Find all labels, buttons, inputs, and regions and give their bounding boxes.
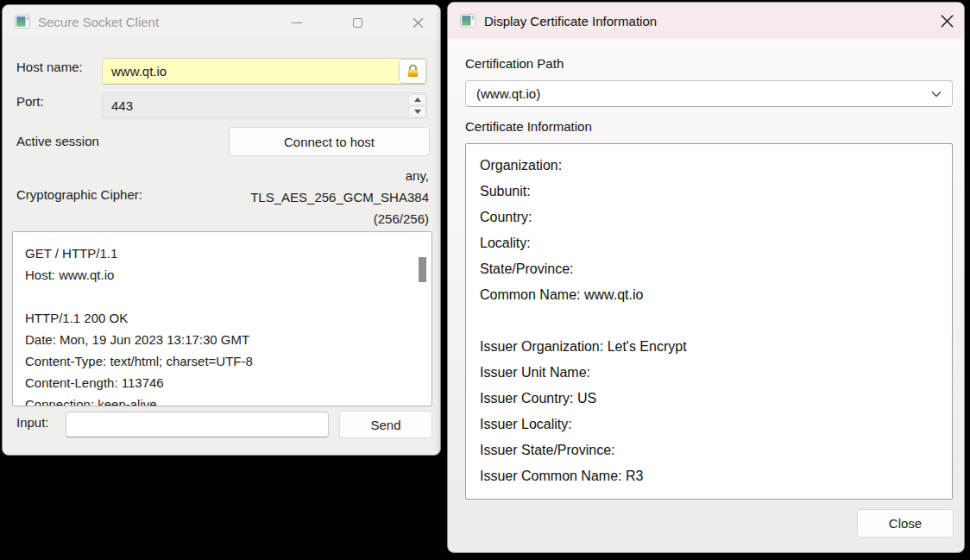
desktop-canvas: Secure Socket Client Host name: (0, 0, 970, 560)
qt-app-icon (15, 15, 30, 28)
text-line: Organization: (480, 153, 943, 179)
text-line: any, (250, 165, 429, 186)
close-icon (412, 16, 425, 29)
text-line: Subunit: (480, 179, 943, 204)
text-line: Date: Mon, 19 Jun 2023 13:17:30 GMT (25, 329, 414, 350)
maximize-icon (353, 18, 362, 28)
spin-down-button[interactable] (408, 106, 426, 117)
close-button[interactable] (931, 9, 962, 32)
window-title: Secure Socket Client (38, 15, 159, 29)
input-label: Input: (16, 415, 49, 430)
text-line: Issuer Country: US (480, 386, 943, 412)
text-line: HTTP/1.1 200 OK (25, 307, 414, 329)
text-line: Issuer Unit Name: (480, 360, 943, 386)
minimize-icon (292, 22, 302, 23)
text-line: Content-Type: text/html; charset=UTF-8 (25, 350, 414, 372)
text-line: GET / HTTP/1.1 (25, 242, 414, 264)
text-line: Common Name: www.qt.io (480, 282, 943, 308)
certificate-information-label: Certificate Information (465, 119, 592, 134)
text-line (25, 286, 414, 307)
cipher-label: Cryptographic Cipher: (16, 187, 142, 202)
spin-up-button[interactable] (408, 94, 426, 105)
client-titlebar[interactable]: Secure Socket Client (3, 5, 440, 38)
combobox-value: (www.qt.io) (476, 86, 540, 101)
secure-socket-client-window: Secure Socket Client Host name: (2, 4, 441, 456)
send-button[interactable]: Send (339, 411, 432, 438)
text-line: State/Province: (480, 256, 943, 282)
text-line: Issuer State/Province: (480, 437, 943, 463)
dialog-close-button[interactable]: Close (857, 509, 954, 538)
arrow-up-icon (414, 98, 421, 102)
dialog-title: Display Certificate Information (484, 14, 657, 28)
text-line (480, 308, 943, 334)
text-line: Country: (480, 204, 943, 230)
send-data-input[interactable] (66, 412, 329, 437)
text-line: (256/256) (250, 208, 429, 230)
certification-path-combobox[interactable]: (www.qt.io) (465, 80, 953, 107)
text-line: Issuer Common Name: R3 (480, 463, 943, 489)
text-line: Content-Length: 113746 (25, 372, 414, 393)
close-button[interactable] (402, 13, 433, 32)
dialog-titlebar[interactable]: Display Certificate Information (448, 3, 964, 39)
text-line: Host: www.qt.io (25, 264, 414, 286)
cipher-value: any,TLS_AES_256_GCM_SHA384(256/256) (250, 165, 429, 230)
arrow-down-icon (414, 110, 421, 114)
ssl-lock-button[interactable] (399, 59, 426, 84)
minimize-button[interactable] (281, 13, 312, 32)
certification-path-label: Certification Path (465, 56, 564, 71)
certificate-information-text[interactable]: Organization:Subunit:Country:Locality:St… (465, 143, 953, 500)
qt-app-icon (460, 14, 476, 28)
host-name-input[interactable] (102, 58, 427, 85)
chevron-down-icon (931, 91, 942, 98)
text-line: Locality: (480, 230, 943, 256)
certificate-info-dialog: Display Certificate Information Certific… (447, 2, 965, 553)
port-spinner (408, 94, 426, 117)
port-label: Port: (16, 94, 44, 109)
lock-icon (406, 64, 420, 79)
session-status-label: Active session (16, 134, 99, 148)
maximize-button[interactable] (342, 13, 373, 32)
close-icon (940, 14, 954, 28)
console-scrollbar-thumb[interactable] (419, 257, 426, 282)
connect-to-host-button[interactable]: Connect to host (229, 127, 430, 156)
port-input[interactable] (102, 92, 427, 119)
text-line: Connection: keep-alive (25, 393, 414, 406)
host-name-label: Host name: (16, 60, 83, 74)
session-log-console[interactable]: GET / HTTP/1.1Host: www.qt.io HTTP/1.1 2… (12, 231, 432, 406)
text-line: Issuer Organization: Let's Encrypt (480, 334, 943, 360)
text-line: TLS_AES_256_GCM_SHA384 (250, 186, 429, 208)
text-line: Issuer Locality: (480, 412, 943, 437)
